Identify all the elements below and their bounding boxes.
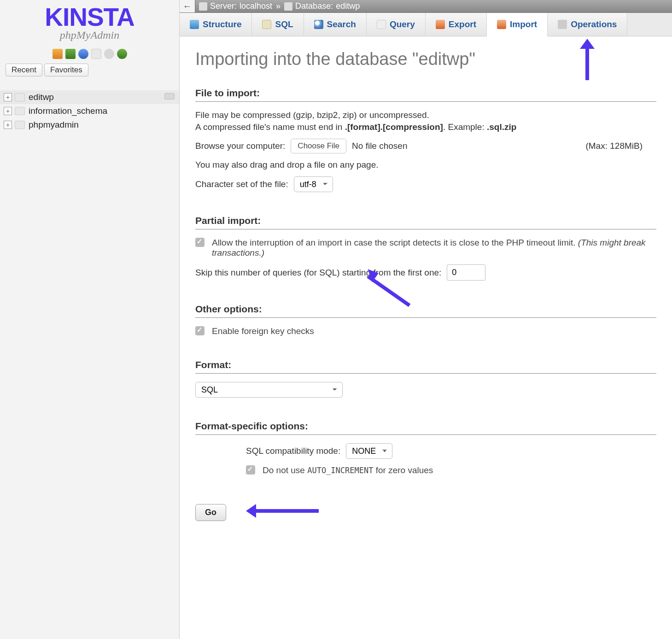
sql-compat-label: SQL compatibility mode: [246, 446, 340, 456]
search-icon [314, 20, 323, 29]
query-icon [377, 20, 386, 29]
file-hint-2: A compressed file's name must end in .[f… [195, 122, 656, 132]
no-file-chosen: No file chosen [352, 141, 407, 151]
tab-sql[interactable]: SQL [252, 13, 304, 36]
annotation-arrow-go [246, 504, 320, 518]
db-item-information-schema[interactable]: + information_schema [0, 104, 179, 118]
skip-queries-label: Skip this number of queries (for SQL) st… [195, 268, 441, 278]
help-icon[interactable] [78, 49, 88, 59]
db-name: phpmyadmin [29, 120, 79, 130]
sidebar-icon-row [0, 44, 179, 64]
allow-interrupt-label: Allow the interruption of an import in c… [212, 238, 656, 258]
autoinc-label: Do not use AUTO_INCREMENT for zero value… [263, 465, 656, 475]
main: ← Server: localhost » Database: editwp S… [180, 0, 672, 639]
allow-interrupt-checkbox[interactable] [195, 238, 205, 247]
database-list: + editwp + information_schema + phpmyadm… [0, 90, 179, 132]
tab-label: Query [390, 19, 415, 29]
section-file-to-import: File to import: [195, 88, 656, 102]
database-icon [15, 121, 25, 129]
logo: KINSTA phpMyAdmin [0, 0, 179, 44]
docs-icon[interactable] [91, 49, 101, 59]
breadcrumb-server[interactable]: Server: localhost [195, 1, 276, 11]
tab-label: Operations [571, 19, 617, 29]
logout-icon[interactable] [65, 49, 76, 59]
expand-icon[interactable]: + [4, 93, 12, 101]
tab-label: Import [510, 19, 537, 29]
breadcrumb-database[interactable]: Database: editwp [280, 1, 363, 11]
section-other-options: Other options: [195, 304, 656, 318]
breadcrumb: ← Server: localhost » Database: editwp [180, 0, 672, 13]
structure-icon [190, 20, 199, 29]
tab-label: Search [327, 19, 356, 29]
database-icon [15, 107, 25, 115]
db-name: editwp [29, 92, 54, 102]
choose-file-button[interactable]: Choose File [291, 139, 346, 153]
tab-label: Export [449, 19, 476, 29]
tab-structure[interactable]: Structure [180, 13, 252, 36]
tab-query[interactable]: Query [367, 13, 426, 36]
logo-subtitle: phpMyAdmin [0, 29, 179, 41]
go-button[interactable]: Go [195, 504, 226, 521]
breadcrumb-server-value: localhost [240, 1, 272, 11]
home-icon[interactable] [53, 49, 63, 59]
skip-queries-input[interactable] [447, 264, 485, 281]
foreign-key-label: Enable foreign key checks [212, 326, 656, 336]
sidebar: KINSTA phpMyAdmin Recent Favorites + edi… [0, 0, 180, 639]
sql-compat-select[interactable]: NONE [346, 443, 392, 459]
db-item-phpmyadmin[interactable]: + phpmyadmin [0, 118, 179, 132]
logo-text: KINSTA [0, 6, 179, 28]
tab-import[interactable]: Import [487, 13, 548, 36]
content: Importing into the database "editwp" Fil… [180, 36, 672, 534]
database-icon [15, 93, 25, 101]
operations-icon [558, 20, 567, 29]
autoinc-checkbox[interactable] [246, 465, 255, 475]
reload-icon[interactable] [117, 49, 127, 59]
db-item-editwp[interactable]: + editwp [0, 90, 179, 104]
sidebar-tab-favorites[interactable]: Favorites [44, 64, 88, 76]
breadcrumb-separator: » [276, 1, 280, 11]
section-format-specific: Format-specific options: [195, 421, 656, 435]
section-partial-import: Partial import: [195, 215, 656, 229]
tab-label: Structure [203, 19, 241, 29]
settings-icon[interactable] [104, 49, 114, 59]
breadcrumb-db-value: editwp [336, 1, 360, 11]
server-icon [199, 2, 207, 11]
tab-label: SQL [275, 19, 293, 29]
expand-icon[interactable]: + [4, 107, 12, 115]
foreign-key-checkbox[interactable] [195, 326, 205, 335]
tab-operations[interactable]: Operations [548, 13, 627, 36]
charset-select[interactable]: utf-8 [294, 176, 333, 192]
breadcrumb-db-label: Database: [295, 1, 333, 11]
import-icon [497, 20, 506, 29]
drag-drop-hint: You may also drag and drop a file on any… [195, 160, 656, 170]
expand-icon[interactable]: + [4, 121, 12, 129]
section-format: Format: [195, 359, 656, 374]
page-title: Importing into the database "editwp" [195, 49, 656, 69]
file-hint-1: File may be compressed (gzip, bzip2, zip… [195, 110, 656, 120]
sidebar-tab-recent[interactable]: Recent [6, 64, 42, 76]
format-select[interactable]: SQL [195, 382, 343, 398]
back-arrow-icon[interactable]: ← [180, 0, 195, 12]
charset-label: Character set of the file: [195, 179, 288, 189]
browse-label: Browse your computer: [195, 141, 285, 151]
sql-icon [262, 20, 271, 29]
db-name: information_schema [29, 106, 107, 116]
database-icon [284, 2, 292, 11]
breadcrumb-server-label: Server: [210, 1, 237, 11]
main-tabs: Structure SQL Search Query Export Import… [180, 13, 672, 36]
collapse-nav-icon[interactable] [164, 93, 175, 100]
max-size-label: (Max: 128MiB) [585, 141, 656, 151]
tab-export[interactable]: Export [426, 13, 487, 36]
tab-search[interactable]: Search [304, 13, 367, 36]
export-icon [436, 20, 445, 29]
